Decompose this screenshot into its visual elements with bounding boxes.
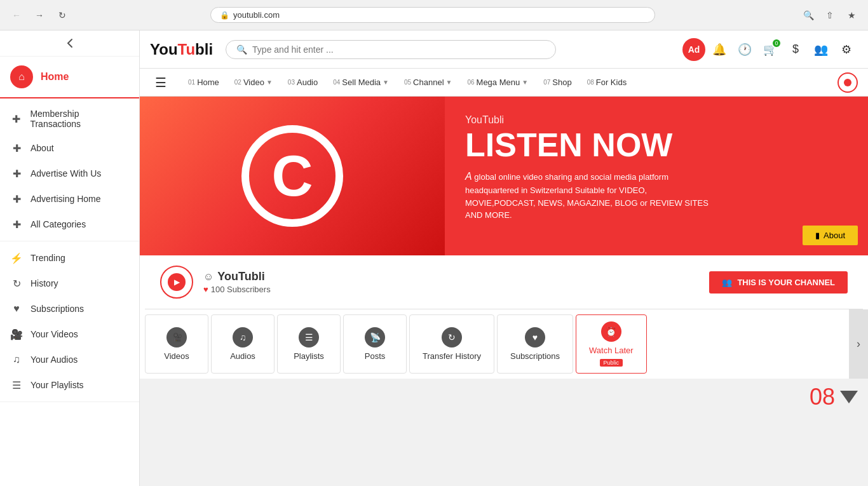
sidebar-item-advertise[interactable]: ✚ Advertise With Us xyxy=(0,161,139,186)
list-icon: ☰ xyxy=(10,379,23,391)
bookmark-small-icon: ▮ xyxy=(815,231,820,240)
search-input[interactable] xyxy=(252,44,545,55)
forward-button[interactable]: → xyxy=(31,6,48,24)
menu-num-sell-media: 04 xyxy=(333,79,340,86)
channel-tab-subscriptions[interactable]: ♥ Subscriptions xyxy=(497,314,573,374)
menu-item-channel[interactable]: 05 Channel ▼ xyxy=(398,74,458,91)
bell-button[interactable]: 🔔 xyxy=(708,38,731,61)
channel-subs-text: 100 Subscribers xyxy=(211,285,271,294)
sidebar: ⌂ Home ✚ Membership Transactions ✚ About… xyxy=(0,30,140,486)
down-arrow-icon xyxy=(840,391,858,403)
channel-tab-posts[interactable]: 📡 Posts xyxy=(343,314,407,374)
sidebar-item-subscriptions[interactable]: ♥ Subscriptions xyxy=(0,296,139,321)
user-button[interactable]: Ad xyxy=(682,38,705,61)
channel-person-icon: ☺ xyxy=(203,271,214,283)
videos-tab-icon: 🎥 xyxy=(166,327,187,348)
record-button[interactable] xyxy=(837,72,858,93)
sidebar-item-history[interactable]: ↻ History xyxy=(0,271,139,296)
sidebar-back-button[interactable] xyxy=(0,30,139,57)
channel-tab-videos[interactable]: 🎥 Videos xyxy=(145,314,208,374)
back-button[interactable]: ← xyxy=(8,6,25,24)
sidebar-item-your-audios[interactable]: ♫ Your Audios xyxy=(0,347,139,372)
about-button[interactable]: ▮ About xyxy=(803,226,858,245)
menu-num-audio: 03 xyxy=(288,79,295,86)
address-bar: 🔒 youtubli.com xyxy=(210,7,655,23)
channel-tab-audios[interactable]: ♫ Audios xyxy=(211,314,275,374)
bottom-indicator: 08 xyxy=(140,379,868,415)
audios-tab-label: Audios xyxy=(230,351,255,361)
sidebar-label-history: History xyxy=(31,278,58,288)
sidebar-item-trending[interactable]: ⚡ Trending xyxy=(0,245,139,271)
posts-tab-label: Posts xyxy=(365,351,386,361)
tabs-scroll-right-button[interactable]: › xyxy=(849,309,868,379)
menu-label-sell-media: Sell Media xyxy=(342,78,381,87)
menu-num-video: 02 xyxy=(234,79,241,86)
hero-desc-body: global online video sharing and social m… xyxy=(465,172,709,220)
lock-icon: 🔒 xyxy=(220,11,229,20)
sidebar-item-all-categories[interactable]: ✚ All Categories xyxy=(0,212,139,237)
channel-avatar: ▶ xyxy=(160,266,193,299)
dollar-button[interactable]: $ xyxy=(784,38,807,61)
menu-item-video[interactable]: 02 Video ▼ xyxy=(228,74,279,91)
this-channel-button[interactable]: 👥 THIS IS YOUR CHANNEL xyxy=(709,271,848,294)
sidebar-item-your-playlists[interactable]: ☰ Your Playlists xyxy=(0,372,139,398)
cart-badge: 0 xyxy=(771,38,782,48)
sidebar-item-advertising-home[interactable]: ✚ Advertising Home xyxy=(0,186,139,212)
logo: YouTubli xyxy=(150,41,213,58)
lightning-icon: ⚡ xyxy=(10,252,23,264)
about-btn-label: About xyxy=(824,231,845,240)
transfer-history-tab-label: Transfer History xyxy=(423,351,481,361)
url-text: youtubli.com xyxy=(233,10,646,20)
menu-bar: ☰ 01 Home 02 Video ▼ 03 Audio 04 Sell Me… xyxy=(140,69,868,97)
menu-item-for-kids[interactable]: 08 For Kids xyxy=(581,74,634,91)
search-icon: 🔍 xyxy=(236,44,247,55)
video-icon: 🎥 xyxy=(10,328,23,341)
sidebar-label-all-categories: All Categories xyxy=(31,219,86,229)
menu-item-mega-menu[interactable]: 06 Mega Menu ▼ xyxy=(461,74,534,91)
search-page-button[interactable]: 🔍 xyxy=(799,6,817,24)
clock-button[interactable]: 🕐 xyxy=(733,38,756,61)
hamburger-button[interactable]: ☰ xyxy=(150,72,172,93)
share-button[interactable]: ⇧ xyxy=(821,6,839,24)
channel-name: ☺ YouTubli xyxy=(203,270,699,283)
home-label: Home xyxy=(41,71,69,83)
cart-button[interactable]: 🛒 0 xyxy=(759,38,782,61)
sidebar-label-advertise: Advertise With Us xyxy=(31,168,101,179)
people-button[interactable]: 👥 xyxy=(810,38,832,61)
channel-tab-watch-later[interactable]: ⏰ Watch Later Public xyxy=(576,314,647,374)
sidebar-item-home[interactable]: ⌂ Home xyxy=(0,57,139,98)
sidebar-item-your-videos[interactable]: 🎥 Your Videos xyxy=(0,321,139,347)
menu-item-audio[interactable]: 03 Audio xyxy=(281,74,324,91)
sell-media-caret: ▼ xyxy=(383,79,389,86)
hero-description: A global online video sharing and social… xyxy=(465,169,719,222)
heart-icon: ♥ xyxy=(10,302,23,315)
menu-item-home[interactable]: 01 Home xyxy=(182,74,226,91)
sidebar-item-about[interactable]: ✚ About xyxy=(0,135,139,161)
menu-num-shop: 07 xyxy=(543,79,550,86)
sidebar-label-your-playlists: Your Playlists xyxy=(31,380,84,390)
bookmark-button[interactable]: ★ xyxy=(843,6,860,24)
channel-card: ▶ ☺ YouTubli ♥ 100 Subscribers 👥 THIS IS… xyxy=(145,255,863,309)
transfer-history-tab-icon: ↻ xyxy=(442,327,462,348)
reload-button[interactable]: ↻ xyxy=(53,6,71,24)
hero-title: LISTEN NOW xyxy=(465,128,848,161)
channel-tabs: 🎥 Videos ♫ Audios ☰ Playlists 📡 Posts ↻ xyxy=(140,309,849,379)
channel-tab-transfer-history[interactable]: ↻ Transfer History xyxy=(409,314,494,374)
channel-tab-playlists[interactable]: ☰ Playlists xyxy=(277,314,341,374)
copyright-logo xyxy=(241,125,343,227)
channel-info: ☺ YouTubli ♥ 100 Subscribers xyxy=(203,270,699,294)
sidebar-item-membership[interactable]: ✚ Membership Transactions xyxy=(0,102,139,135)
sidebar-label-subscriptions: Subscriptions xyxy=(31,304,84,314)
record-dot xyxy=(844,79,851,86)
playlists-tab-icon: ☰ xyxy=(299,327,319,348)
menu-item-shop[interactable]: 07 Shop xyxy=(537,74,578,91)
sidebar-label-trending: Trending xyxy=(31,253,65,263)
menu-item-sell-media[interactable]: 04 Sell Media ▼ xyxy=(327,74,395,91)
mega-menu-caret: ▼ xyxy=(522,79,528,86)
hero-desc-a: A xyxy=(465,171,472,182)
music-icon: ♫ xyxy=(10,353,23,366)
menu-num-mega-menu: 06 xyxy=(467,79,474,86)
bottom-num: 08 xyxy=(810,384,835,410)
history-icon: ↻ xyxy=(10,277,23,290)
settings-button[interactable]: ⚙ xyxy=(835,38,858,61)
